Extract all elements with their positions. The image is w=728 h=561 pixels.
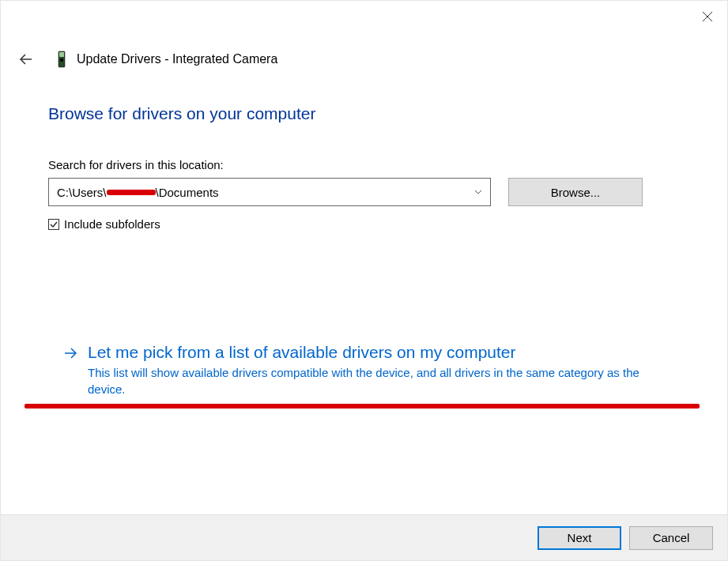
option-title: Let me pick from a list of available dri… <box>88 341 657 363</box>
page-heading: Browse for drivers on your computer <box>48 104 680 123</box>
dialog-footer: Next Cancel <box>1 514 727 560</box>
chevron-down-icon <box>474 190 482 194</box>
camera-device-icon <box>56 51 67 68</box>
back-arrow-icon[interactable] <box>18 51 34 67</box>
window-title: Update Drivers - Integrated Camera <box>77 52 277 66</box>
close-icon[interactable] <box>702 11 713 22</box>
pick-from-list-option[interactable]: Let me pick from a list of available dri… <box>62 341 680 397</box>
annotation-underline <box>25 404 700 409</box>
driver-path-combo[interactable]: C:\Users\\Documents <box>48 178 491 206</box>
next-button[interactable]: Next <box>538 526 621 550</box>
cancel-button[interactable]: Cancel <box>629 526 713 550</box>
driver-path-value: C:\Users\\Documents <box>57 186 219 199</box>
include-subfolders-checkbox[interactable] <box>48 219 59 230</box>
svg-point-5 <box>60 58 63 62</box>
browse-button[interactable]: Browse... <box>508 178 643 206</box>
option-description: This list will show available drivers co… <box>88 364 657 397</box>
include-subfolders-label: Include subfolders <box>64 217 160 231</box>
search-location-label: Search for drivers in this location: <box>48 158 680 171</box>
checkmark-icon <box>50 221 58 228</box>
dialog-header: Update Drivers - Integrated Camera <box>1 28 727 76</box>
arrow-right-icon <box>62 345 78 361</box>
path-suffix: \Documents <box>156 186 219 199</box>
redacted-username <box>107 190 156 195</box>
svg-rect-4 <box>59 52 64 57</box>
path-prefix: C:\Users\ <box>57 186 107 199</box>
